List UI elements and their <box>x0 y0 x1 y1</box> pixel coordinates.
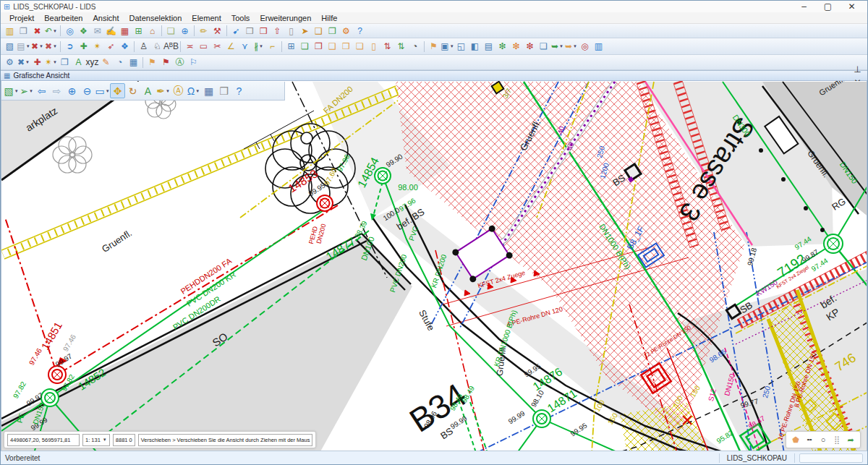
page-export-icon[interactable]: ❑ <box>326 40 339 53</box>
globe-clock-icon[interactable]: ◔ <box>113 56 127 69</box>
menu-item-datenselektion[interactable]: Datenselektion <box>125 13 187 23</box>
paste-new-icon[interactable]: ❏ <box>164 25 178 38</box>
sheet-icon[interactable]: ▯ <box>284 25 298 38</box>
cube-blue-icon[interactable]: ❖ <box>118 40 132 53</box>
menu-item-ansicht[interactable]: Ansicht <box>88 13 123 23</box>
cube-package-icon[interactable]: ◧ <box>468 40 482 53</box>
import-red-icon[interactable]: ⇅ <box>380 40 394 53</box>
menu-item-tools[interactable]: Tools <box>227 13 255 23</box>
form-sheet-icon[interactable]: ▤ <box>482 40 495 53</box>
snap-magnet-icon[interactable]: Ω▼ <box>186 83 201 98</box>
help-view-icon[interactable]: ? <box>231 83 247 98</box>
dimension-h-icon[interactable]: ≍ <box>183 40 197 53</box>
person-walk-icon[interactable]: ♙ <box>137 40 150 53</box>
page-add-red-icon[interactable]: ❐ <box>312 40 326 53</box>
print-view-icon[interactable]: ❒ <box>216 83 231 98</box>
raster-grid-icon[interactable]: ⣿ <box>831 434 843 445</box>
flag-label-icon[interactable]: ⚑ <box>427 40 441 53</box>
world-pages-icon[interactable]: ❐ <box>326 25 339 38</box>
cube-rotate-icon[interactable]: ➲ <box>63 40 77 53</box>
ab-label-icon[interactable]: AᴮB <box>164 40 178 53</box>
undo-icon[interactable]: ↶▼ <box>44 25 58 38</box>
person-run-icon[interactable]: ♘ <box>150 40 164 53</box>
clock-icon[interactable]: ◔ <box>408 40 422 53</box>
globe-grid-icon[interactable]: ▦ <box>127 56 140 69</box>
help-icon[interactable]: ? <box>353 25 367 38</box>
window-new-icon[interactable]: ◱ <box>454 40 468 53</box>
view-config-icon[interactable]: ▧▼ <box>4 83 19 98</box>
record-target-icon[interactable]: ◎ <box>578 40 592 53</box>
cube-plus-icon[interactable]: ✚ <box>77 40 90 53</box>
export-view-icon[interactable]: ➹ <box>229 25 243 38</box>
print-frame-icon[interactable]: ❒ <box>257 25 271 38</box>
open-project-icon[interactable]: ▥ <box>3 25 17 38</box>
page-add-green-icon[interactable]: ❏ <box>298 40 312 53</box>
folder-export-icon[interactable]: ➥▼ <box>550 40 564 53</box>
window-controls[interactable]: –▢✕ <box>797 0 864 13</box>
map-canvas[interactable]: arkplatzGruenfl.Gruenfl.Gruenfl.Gruenfl.… <box>1 81 867 451</box>
user-group-icon[interactable]: ❖ <box>77 25 90 38</box>
wand-icon[interactable]: ✴▼ <box>44 56 58 69</box>
cube-x-icon[interactable]: ✖▼ <box>17 56 30 69</box>
gear-icon[interactable]: ⚙ <box>339 25 353 38</box>
flag-cube-icon[interactable]: ⚑ <box>159 56 173 69</box>
net-red-icon[interactable]: ❇ <box>523 40 537 53</box>
table-new-icon[interactable]: ⊞ <box>132 25 145 38</box>
tools-pen-icon[interactable]: ✏ <box>197 25 210 38</box>
sheets-icon[interactable]: ❑ <box>312 25 326 38</box>
dimension-box-icon[interactable]: ▭ <box>197 40 210 53</box>
merge-lines-icon[interactable]: ⋎ <box>238 40 252 53</box>
minimize-button[interactable]: – <box>797 0 811 13</box>
angle-measure-icon[interactable]: ∠ <box>224 40 238 53</box>
cube-plus2-icon[interactable]: ✚ <box>30 56 44 69</box>
copy-stack-icon[interactable]: ❒ <box>339 40 353 53</box>
corner-line-icon[interactable]: ⌐ <box>265 40 279 53</box>
measure-tool-icon[interactable]: ✒▼ <box>156 83 171 98</box>
import-green-icon[interactable]: ⇅ <box>394 40 408 53</box>
text-label-icon[interactable]: A <box>140 83 156 98</box>
globe-edit-icon[interactable]: ✎ <box>99 56 113 69</box>
select-cursor-icon[interactable]: ➢▼ <box>19 83 34 98</box>
sheet-run-icon[interactable]: ➤ <box>298 25 312 38</box>
nav-forward-icon[interactable]: ⇨ <box>49 83 64 98</box>
flag-blue-icon[interactable]: ⚐ <box>187 56 200 69</box>
plan-grid-icon[interactable]: ▦ <box>118 25 132 38</box>
cube-delete2-icon[interactable]: ✖▼ <box>44 40 58 53</box>
cut-area-icon[interactable]: ✂ <box>210 40 224 53</box>
scale-select[interactable]: 1: 131▼ <box>82 434 110 446</box>
nav-back-icon[interactable]: ⇦ <box>34 83 49 98</box>
cube-wand-icon[interactable]: ✴ <box>90 40 104 53</box>
image-config-icon[interactable]: ▣▼ <box>441 40 454 53</box>
view-map-icon[interactable]: ▧ <box>3 40 17 53</box>
mail-edit-icon[interactable]: ✍ <box>104 25 118 38</box>
menu-item-bearbeiten[interactable]: Bearbeiten <box>40 13 87 23</box>
menu-item-erweiterungen[interactable]: Erweiterungen <box>255 13 315 23</box>
coordinate-input[interactable] <box>10 437 77 443</box>
net-orange-icon[interactable]: ❇ <box>509 40 523 53</box>
zoom-out-icon[interactable]: ⊖ <box>80 83 95 98</box>
delete-note-icon[interactable]: ✖ <box>30 25 44 38</box>
copy-icon[interactable]: ❐ <box>17 25 30 38</box>
window-cascade-icon[interactable]: ❏ <box>537 40 550 53</box>
cube-copy-icon[interactable]: ❐ <box>58 56 72 69</box>
page-blank-icon[interactable]: ▯ <box>367 40 380 53</box>
zoom-window-icon[interactable]: ▭▼ <box>95 83 110 98</box>
note-icon[interactable]: ▤▼ <box>17 40 30 53</box>
measure-a-icon[interactable]: A <box>72 56 85 69</box>
mail-check-icon[interactable]: ✉ <box>90 25 104 38</box>
menu-item-element[interactable]: Element <box>187 13 225 23</box>
print-icon[interactable]: ❒ <box>243 25 257 38</box>
xyz-icon[interactable]: xyz <box>85 56 99 69</box>
panel-pin-icon[interactable]: ⊥ <box>851 63 864 76</box>
maximize-button[interactable]: ▢ <box>821 0 835 13</box>
tools-wrench-icon[interactable]: ⚒ <box>210 25 224 38</box>
menu-item-projekt[interactable]: Projekt <box>5 13 38 23</box>
node-grid-icon[interactable]: ⊞ <box>284 40 298 53</box>
view-reload-icon[interactable]: ↻ <box>125 83 140 98</box>
sheet-up-icon[interactable]: ⇧ <box>271 25 284 38</box>
search-icon[interactable]: ◎ <box>63 25 77 38</box>
menu-item-hilfe[interactable]: Hilfe <box>317 13 341 23</box>
pan-hand-icon[interactable]: ✥ <box>110 83 125 98</box>
net-green-icon[interactable]: ❇ <box>495 40 509 53</box>
area-polygon-icon[interactable]: ⬟ <box>790 434 801 445</box>
